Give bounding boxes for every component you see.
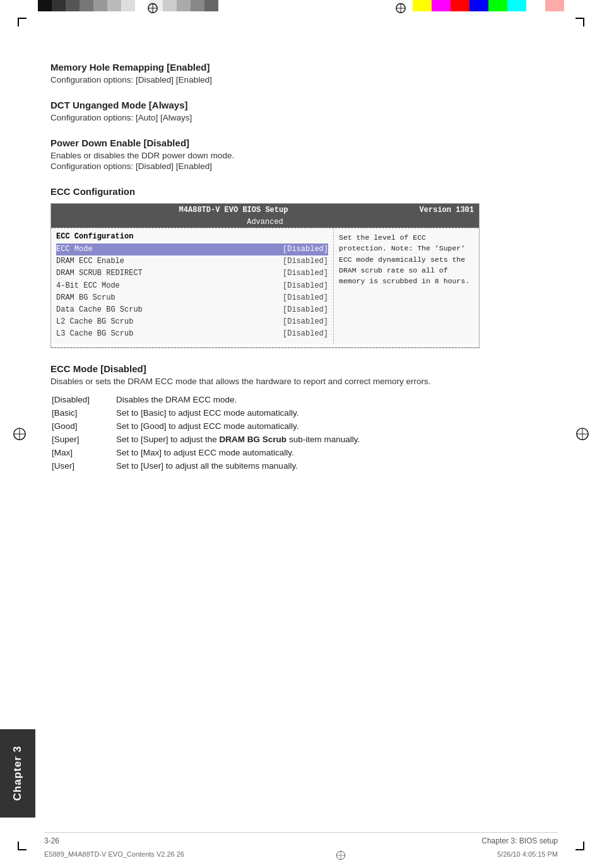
ecc-option-desc: Disables the DRAM ECC mode. bbox=[116, 394, 557, 406]
ecc-option-label: [Basic] bbox=[52, 407, 115, 419]
power-down-config: Configuration options: [Disabled] [Enabl… bbox=[50, 161, 558, 171]
bios-section-label: ECC Configuration bbox=[56, 232, 328, 241]
side-crosshair-left-icon bbox=[13, 427, 27, 441]
crosshair-right-icon bbox=[395, 3, 406, 14]
footer-page: 3-26 bbox=[44, 836, 59, 845]
main-content: Memory Hole Remapping [Enabled] Configur… bbox=[50, 62, 558, 473]
color-bars-left bbox=[38, 0, 218, 11]
ecc-mode-desc: Disables or sets the DRAM ECC mode that … bbox=[50, 377, 558, 386]
footer: 3-26 Chapter 3: BIOS setup bbox=[44, 832, 558, 845]
ecc-options-table: [Disabled]Disables the DRAM ECC mode.[Ba… bbox=[50, 392, 558, 473]
dct-unganged-title: DCT Unganged Mode [Always] bbox=[50, 100, 558, 110]
crosshair-left-icon bbox=[147, 3, 158, 14]
bottom-bar: E5889_M4A88TD-V EVO_Contents V2.26 26 5/… bbox=[44, 850, 558, 862]
bios-header-title: M4A88TD-V EVO BIOS Setup bbox=[56, 206, 411, 214]
ecc-option-desc: Set to [User] to adjust all the subitems… bbox=[116, 460, 557, 472]
bottom-bar-crosshair bbox=[336, 850, 346, 862]
bios-header-version: Version 1301 bbox=[411, 206, 474, 214]
bottom-bar-right: 5/26/10 4:05:15 PM bbox=[497, 850, 558, 862]
footer-chapter: Chapter 3: BIOS setup bbox=[481, 836, 558, 845]
bios-dashed-bottom bbox=[51, 347, 479, 348]
ecc-config-section: ECC Configuration M4A88TD-V EVO BIOS Set… bbox=[50, 186, 558, 348]
bios-item: ECC Mode[Disabled] bbox=[56, 243, 328, 255]
bios-item: Data Cache BG Scrub[Disabled] bbox=[56, 304, 328, 316]
chapter-label: Chapter 3 bbox=[11, 746, 24, 801]
ecc-option-row: [Good]Set to [Good] to adjust ECC mode a… bbox=[52, 420, 557, 432]
bottom-bar-left: E5889_M4A88TD-V EVO_Contents V2.26 26 bbox=[44, 850, 184, 862]
ecc-mode-section: ECC Mode [Disabled] Disables or sets the… bbox=[50, 363, 558, 473]
ecc-mode-title: ECC Mode [Disabled] bbox=[50, 363, 558, 374]
ecc-option-desc: Set to [Basic] to adjust ECC mode automa… bbox=[116, 407, 557, 419]
ecc-config-title: ECC Configuration bbox=[50, 186, 558, 197]
bios-items-list: ECC Mode[Disabled] DRAM ECC Enable[Disab… bbox=[56, 243, 328, 341]
power-down-section: Power Down Enable [Disabled] Enables or … bbox=[50, 138, 558, 171]
memory-hole-config: Configuration options: [Disabled] [Enabl… bbox=[50, 75, 558, 85]
side-crosshair-right-icon bbox=[575, 427, 589, 441]
bios-body: ECC Configuration ECC Mode[Disabled] DRA… bbox=[51, 228, 479, 344]
bios-item: L3 Cache BG Scrub[Disabled] bbox=[56, 328, 328, 340]
ecc-option-label: [Disabled] bbox=[52, 394, 115, 406]
color-bars-top bbox=[0, 0, 602, 11]
memory-hole-title: Memory Hole Remapping [Enabled] bbox=[50, 62, 558, 73]
bios-item: DRAM ECC Enable[Disabled] bbox=[56, 255, 328, 267]
bios-item: 4-Bit ECC Mode[Disabled] bbox=[56, 280, 328, 292]
ecc-option-label: [User] bbox=[52, 460, 115, 472]
ecc-option-row: [Basic]Set to [Basic] to adjust ECC mode… bbox=[52, 407, 557, 419]
memory-hole-section: Memory Hole Remapping [Enabled] Configur… bbox=[50, 62, 558, 85]
color-bars-right bbox=[413, 0, 564, 11]
ecc-option-row: [User]Set to [User] to adjust all the su… bbox=[52, 460, 557, 472]
corner-mark-br bbox=[575, 842, 584, 850]
dct-unganged-config: Configuration options: [Auto] [Always] bbox=[50, 113, 558, 122]
ecc-option-label: [Good] bbox=[52, 420, 115, 432]
bios-header: M4A88TD-V EVO BIOS Setup Version 1301 bbox=[51, 204, 479, 216]
power-down-desc: Enables or disables the DDR power down m… bbox=[50, 151, 558, 160]
bios-item: DRAM BG Scrub[Disabled] bbox=[56, 292, 328, 304]
ecc-option-row: [Super]Set to [Super] to adjust the DRAM… bbox=[52, 433, 557, 445]
ecc-option-desc: Set to [Super] to adjust the DRAM BG Scr… bbox=[116, 433, 557, 445]
bios-left-panel: ECC Configuration ECC Mode[Disabled] DRA… bbox=[51, 228, 334, 344]
ecc-option-label: [Super] bbox=[52, 433, 115, 445]
corner-mark-tl bbox=[18, 18, 27, 26]
dct-unganged-section: DCT Unganged Mode [Always] Configuration… bbox=[50, 100, 558, 122]
corner-mark-bl bbox=[18, 842, 27, 850]
bios-item: DRAM SCRUB REDIRECT[Disabled] bbox=[56, 267, 328, 279]
bios-help-text: Set the level of ECC protection. Note: T… bbox=[339, 233, 469, 285]
corner-mark-tr bbox=[575, 18, 584, 26]
bios-header-advanced: Advanced bbox=[51, 216, 479, 228]
ecc-option-row: [Max]Set to [Max] to adjust ECC mode aut… bbox=[52, 447, 557, 459]
ecc-option-desc: Set to [Good] to adjust ECC mode automat… bbox=[116, 420, 557, 432]
chapter-sidebar: Chapter 3 bbox=[0, 729, 35, 818]
ecc-option-desc: Set to [Max] to adjust ECC mode automati… bbox=[116, 447, 557, 459]
bios-right-panel: Set the level of ECC protection. Note: T… bbox=[334, 228, 479, 344]
bios-screenshot: M4A88TD-V EVO BIOS Setup Version 1301 Ad… bbox=[50, 203, 480, 348]
ecc-option-label: [Max] bbox=[52, 447, 115, 459]
bios-item: L2 Cache BG Scrub[Disabled] bbox=[56, 316, 328, 328]
ecc-option-row: [Disabled]Disables the DRAM ECC mode. bbox=[52, 394, 557, 406]
power-down-title: Power Down Enable [Disabled] bbox=[50, 138, 558, 148]
